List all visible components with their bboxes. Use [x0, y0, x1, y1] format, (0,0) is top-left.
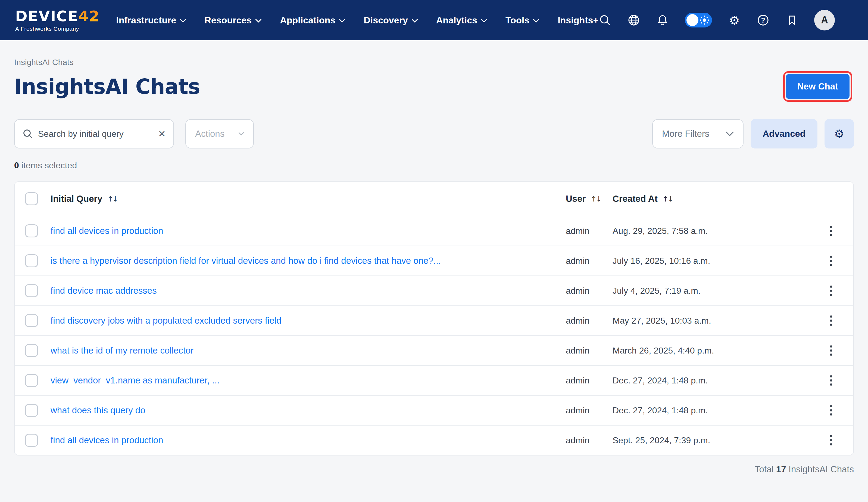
user-cell: admin [566, 316, 612, 326]
row-checkbox[interactable] [25, 314, 38, 327]
theme-toggle[interactable] [685, 13, 712, 28]
created-at-cell: Aug. 29, 2025, 7:58 a.m. [612, 226, 821, 236]
row-actions-kebab-menu[interactable] [824, 224, 838, 238]
row-actions-kebab-menu[interactable] [824, 373, 838, 388]
table-header-row: Initial Query ↑↓ User ↑↓ Created At ↑↓ [15, 182, 853, 215]
chevron-down-icon [412, 19, 418, 22]
initial-query-link[interactable]: find all devices in production [51, 226, 566, 236]
initial-query-link[interactable]: is there a hypervisor description field … [51, 255, 566, 266]
table-row: find device mac addressesadminJuly 4, 20… [15, 275, 853, 305]
breadcrumb[interactable]: InsightsAI Chats [14, 58, 854, 67]
new-chat-button[interactable]: New Chat [786, 74, 849, 99]
nav-item-discovery[interactable]: Discovery [364, 15, 418, 26]
nav-item-insights-[interactable]: Insights+ [558, 15, 598, 26]
clear-search-icon[interactable]: ✕ [158, 128, 166, 139]
nav-item-applications[interactable]: Applications [280, 15, 345, 26]
notifications-bell-icon[interactable] [656, 13, 669, 27]
actions-dropdown[interactable]: Actions [185, 119, 254, 149]
chevron-down-icon [239, 132, 244, 136]
selection-count-label: items selected [21, 160, 77, 170]
select-all-checkbox[interactable] [25, 192, 38, 205]
table-row: what is the id of my remote collectoradm… [15, 335, 853, 365]
user-cell: admin [566, 286, 612, 296]
row-checkbox[interactable] [25, 224, 38, 238]
row-checkbox[interactable] [25, 284, 38, 297]
search-icon[interactable] [598, 13, 611, 27]
row-actions-kebab-menu[interactable] [824, 403, 838, 418]
table-row: find all devices in productionadminAug. … [15, 215, 853, 245]
row-checkbox[interactable] [25, 404, 38, 417]
nav-item-tools[interactable]: Tools [506, 15, 539, 26]
initial-query-link[interactable]: find discovery jobs with a populated exc… [51, 315, 566, 326]
table-row: find discovery jobs with a populated exc… [15, 305, 853, 335]
table-body: find all devices in productionadminAug. … [15, 215, 853, 455]
row-checkbox[interactable] [25, 434, 38, 447]
sort-icon[interactable]: ↑↓ [590, 195, 602, 203]
table-settings-gear-button[interactable]: ⚙ [825, 119, 854, 149]
chevron-down-icon [481, 19, 487, 22]
sun-icon [700, 15, 709, 25]
page-content: InsightsAI Chats InsightsAI Chats New Ch… [0, 58, 868, 474]
more-filters-label: More Filters [662, 129, 709, 139]
search-input[interactable] [38, 129, 153, 139]
navbar-icons: ⚙ ? A [598, 10, 835, 30]
top-navbar: DEVICE42 A Freshworks Company Infrastruc… [0, 0, 868, 40]
chevron-down-icon [726, 131, 734, 136]
more-filters-dropdown[interactable]: More Filters [652, 119, 744, 149]
annotation-highlight-frame: New Chat [783, 71, 852, 102]
sort-icon[interactable]: ↑↓ [663, 195, 674, 203]
toggle-knob [686, 14, 699, 26]
row-checkbox[interactable] [25, 344, 38, 357]
column-header-user[interactable]: User ↑↓ [566, 194, 612, 204]
created-at-cell: Sept. 25, 2024, 7:39 p.m. [612, 435, 821, 445]
row-checkbox[interactable] [25, 374, 38, 387]
chevron-down-icon [339, 19, 345, 22]
settings-gear-icon[interactable]: ⚙ [728, 13, 741, 27]
initial-query-link[interactable]: find all devices in production [51, 435, 566, 445]
row-actions-kebab-menu[interactable] [824, 284, 838, 298]
chats-table: Initial Query ↑↓ User ↑↓ Created At ↑↓ f… [14, 181, 854, 455]
logo-42: 42 [78, 8, 100, 25]
created-at-cell: July 16, 2025, 10:16 a.m. [612, 256, 821, 266]
initial-query-link[interactable]: what does this query do [51, 405, 566, 415]
total-count-line: Total 17 InsightsAI Chats [14, 464, 854, 474]
logo-subtitle: A Freshworks Company [15, 26, 100, 31]
user-cell: admin [566, 405, 612, 415]
advanced-button[interactable]: Advanced [751, 119, 817, 149]
globe-icon[interactable] [627, 13, 640, 27]
row-actions-kebab-menu[interactable] [824, 343, 838, 358]
row-checkbox[interactable] [25, 254, 38, 267]
row-actions-kebab-menu[interactable] [824, 433, 838, 447]
svg-text:?: ? [761, 16, 765, 24]
search-box: ✕ [14, 119, 174, 149]
column-header-created-at[interactable]: Created At ↑↓ [612, 194, 821, 204]
page-title: InsightsAI Chats [14, 74, 200, 99]
toolbar: ✕ Actions More Filters Advanced ⚙ [14, 119, 854, 149]
app-window: DEVICE42 A Freshworks Company Infrastruc… [0, 0, 868, 502]
selection-count-number: 0 [14, 160, 19, 170]
nav-item-infrastructure[interactable]: Infrastructure [116, 15, 186, 26]
sort-icon[interactable]: ↑↓ [107, 195, 118, 203]
user-cell: admin [566, 256, 612, 266]
initial-query-link[interactable]: view_vendor_v1.name as manufacturer, ... [51, 375, 566, 385]
user-avatar[interactable]: A [814, 10, 835, 30]
created-at-cell: Dec. 27, 2024, 1:48 p.m. [612, 375, 821, 385]
created-at-cell: May 27, 2025, 10:03 a.m. [612, 316, 821, 326]
nav-item-analytics[interactable]: Analytics [436, 15, 487, 26]
table-row: view_vendor_v1.name as manufacturer, ...… [15, 365, 853, 395]
bookmark-icon[interactable] [785, 13, 798, 27]
help-icon[interactable]: ? [757, 13, 769, 27]
main-nav: InfrastructureResourcesApplicationsDisco… [116, 15, 598, 26]
row-actions-kebab-menu[interactable] [824, 254, 838, 268]
table-row: what does this query doadminDec. 27, 202… [15, 395, 853, 425]
search-input-icon [22, 128, 33, 139]
initial-query-link[interactable]: find device mac addresses [51, 285, 566, 296]
nav-item-resources[interactable]: Resources [204, 15, 261, 26]
column-header-initial-query[interactable]: Initial Query ↑↓ [51, 194, 566, 204]
row-actions-kebab-menu[interactable] [824, 313, 838, 328]
actions-label: Actions [195, 129, 225, 139]
user-cell: admin [566, 375, 612, 385]
device42-logo[interactable]: DEVICE42 A Freshworks Company [15, 9, 100, 31]
chevron-down-icon [180, 19, 186, 22]
initial-query-link[interactable]: what is the id of my remote collector [51, 345, 566, 356]
